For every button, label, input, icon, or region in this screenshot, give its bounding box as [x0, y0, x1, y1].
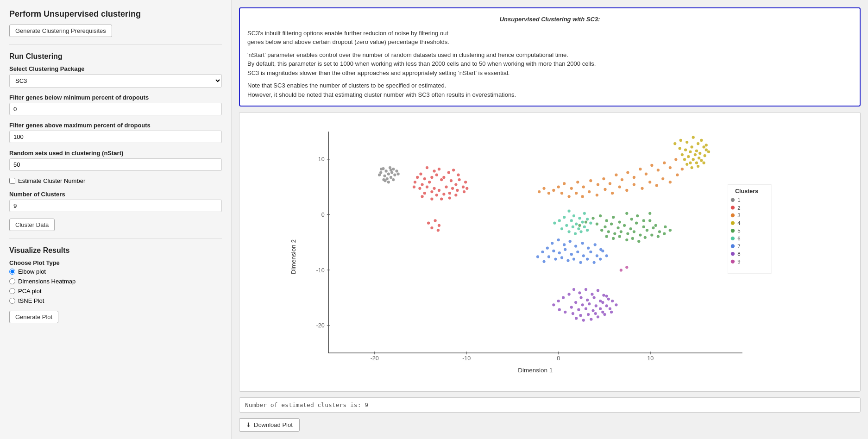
svg-point-182 — [613, 232, 616, 235]
svg-point-185 — [633, 230, 635, 233]
svg-point-60 — [430, 190, 433, 193]
svg-point-169 — [604, 226, 606, 228]
svg-point-246 — [566, 259, 569, 262]
svg-point-104 — [669, 166, 672, 169]
svg-point-194 — [625, 238, 628, 241]
svg-point-197 — [644, 236, 647, 239]
filter-min-input[interactable] — [9, 103, 222, 115]
svg-point-230 — [594, 243, 597, 246]
svg-point-180 — [600, 229, 603, 232]
svg-point-70 — [456, 189, 459, 192]
svg-point-258 — [591, 293, 593, 295]
radio-pca[interactable] — [9, 288, 15, 294]
filter-max-label: Filter genes above maximum percent of dr… — [9, 122, 222, 129]
download-plot-button[interactable]: ⬇ Download Plot — [239, 418, 300, 432]
svg-point-307 — [731, 221, 735, 225]
radio-tsne[interactable] — [9, 298, 15, 304]
svg-point-24 — [383, 175, 386, 177]
svg-point-225 — [563, 243, 566, 246]
status-bar: Number of estimated clusters is: 9 — [239, 397, 861, 413]
svg-point-166 — [642, 219, 645, 222]
svg-point-251 — [599, 257, 602, 260]
svg-point-173 — [629, 227, 632, 230]
radio-elbow-label: Elbow plot — [18, 268, 46, 275]
svg-point-42 — [433, 169, 435, 172]
svg-point-215 — [583, 226, 586, 228]
svg-point-72 — [413, 186, 415, 188]
divider-2 — [9, 238, 222, 239]
svg-point-216 — [589, 222, 592, 225]
cluster-2-dots — [413, 166, 469, 232]
svg-point-283 — [564, 311, 566, 314]
svg-point-29 — [390, 176, 392, 179]
svg-text:9: 9 — [737, 259, 740, 264]
svg-point-146 — [698, 157, 700, 159]
svg-point-288 — [601, 311, 604, 314]
download-icon: ⬇ — [246, 421, 251, 428]
svg-point-206 — [563, 216, 566, 219]
radio-elbow[interactable] — [9, 269, 15, 275]
left-panel: Perform Unsupervised clustering Generate… — [0, 0, 232, 439]
status-text: Number of estimated clusters is: 9 — [245, 401, 368, 408]
filter-max-input[interactable] — [9, 131, 222, 143]
svg-point-105 — [674, 158, 677, 161]
svg-point-123 — [655, 184, 658, 187]
cluster-data-button[interactable]: Cluster Data — [9, 219, 55, 231]
nstart-label: Random sets used in clustering (nStart) — [9, 150, 222, 157]
svg-point-69 — [448, 192, 451, 194]
svg-point-53 — [433, 187, 435, 190]
svg-point-313 — [731, 244, 735, 248]
svg-point-52 — [426, 186, 428, 188]
generate-plot-button[interactable]: Generate Plot — [9, 311, 58, 323]
svg-text:Dimension 1: Dimension 1 — [518, 367, 553, 374]
svg-point-201 — [669, 229, 672, 232]
svg-point-34 — [387, 181, 390, 183]
svg-point-161 — [612, 216, 615, 219]
download-plot-label: Download Plot — [254, 421, 293, 428]
svg-point-205 — [583, 212, 586, 215]
svg-point-263 — [586, 299, 589, 301]
svg-point-292 — [575, 317, 578, 320]
svg-text:5: 5 — [737, 228, 740, 233]
svg-point-196 — [637, 240, 640, 243]
svg-point-260 — [602, 294, 605, 296]
svg-point-248 — [579, 261, 582, 264]
svg-point-208 — [575, 223, 578, 226]
svg-point-140 — [694, 153, 697, 156]
legend-title: Clusters — [735, 188, 758, 194]
clustering-package-select[interactable]: SC3 Seurat TSCAN — [9, 74, 222, 88]
svg-point-111 — [567, 195, 570, 198]
estimate-cluster-checkbox[interactable] — [9, 178, 15, 184]
svg-point-233 — [552, 250, 555, 252]
svg-point-50 — [440, 178, 443, 181]
cluster-5-dots — [578, 212, 672, 243]
svg-point-259 — [597, 289, 599, 292]
svg-point-241 — [601, 250, 604, 252]
generate-prerequisites-button[interactable]: Generate Clustering Prerequisites — [9, 25, 112, 37]
svg-point-130 — [686, 141, 688, 144]
svg-point-240 — [596, 254, 598, 257]
svg-text:8: 8 — [737, 251, 740, 257]
svg-point-32 — [395, 169, 398, 172]
svg-point-295 — [597, 315, 599, 318]
radio-elbow-row: Elbow plot — [9, 268, 222, 275]
svg-point-175 — [642, 226, 645, 228]
radio-dimensions[interactable] — [9, 278, 15, 284]
svg-point-178 — [585, 220, 587, 223]
svg-point-293 — [582, 319, 585, 321]
svg-point-67 — [435, 194, 438, 196]
svg-point-99 — [639, 168, 642, 170]
svg-point-294 — [590, 318, 592, 320]
svg-text:-10: -10 — [462, 355, 471, 362]
svg-point-39 — [390, 169, 392, 171]
radio-dimensions-row: Dimensions Heatmap — [9, 278, 222, 285]
nstart-input[interactable] — [9, 158, 222, 171]
svg-point-132 — [697, 142, 699, 145]
svg-point-137 — [700, 139, 703, 142]
svg-point-280 — [605, 304, 608, 307]
svg-point-266 — [605, 295, 608, 297]
svg-text:-20: -20 — [371, 355, 379, 362]
num-clusters-input[interactable] — [9, 200, 222, 212]
svg-point-106 — [552, 189, 555, 192]
svg-point-249 — [586, 257, 589, 260]
